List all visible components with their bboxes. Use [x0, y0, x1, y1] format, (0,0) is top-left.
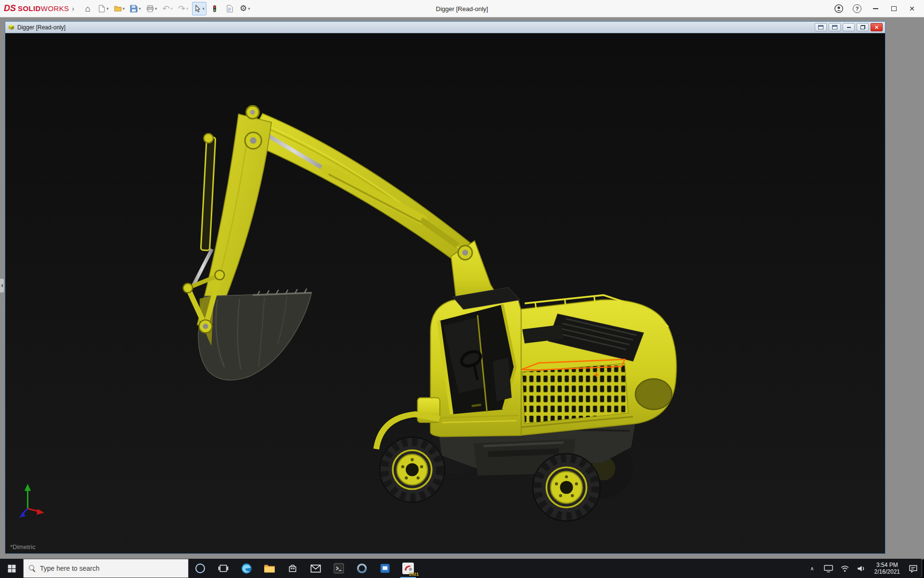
redo-button[interactable]: ↷ ▾: [176, 2, 191, 15]
home-button[interactable]: ⌂: [81, 2, 94, 15]
view-orientation-label: *Dimetric: [10, 543, 36, 551]
restore-icon: [860, 25, 865, 29]
doc-restore-button[interactable]: [857, 23, 869, 31]
tray-volume-button[interactable]: [853, 559, 870, 578]
dropdown-arrow-icon[interactable]: ▾: [106, 6, 109, 11]
undo-icon: ↶: [162, 4, 169, 13]
new-document-button[interactable]: ▾: [96, 2, 111, 15]
home-icon: ⌂: [85, 4, 90, 13]
login-account-button[interactable]: [831, 2, 847, 15]
dropdown-arrow-icon[interactable]: ▾: [139, 6, 141, 11]
open-folder-icon: [114, 5, 122, 13]
document-titlebar[interactable]: Digger [Read-only] ×: [5, 22, 885, 33]
featuremanager-collapsed-tab[interactable]: [0, 278, 4, 293]
solidworks-app-button[interactable]: 2021: [397, 559, 420, 578]
close-icon: ×: [875, 24, 879, 30]
document-window: Digger [Read-only] ×: [5, 21, 886, 554]
print-button[interactable]: ▾: [144, 2, 159, 15]
cortana-icon: [195, 564, 205, 573]
rebuild-button[interactable]: [208, 2, 221, 15]
front-wheel[interactable]: [380, 437, 445, 502]
undo-button[interactable]: ↶ ▾: [160, 2, 175, 15]
app-titlebar: DSSOLIDWORKS › ⌂ ▾ ▾ ▾ ▾: [0, 0, 924, 17]
file-properties-button[interactable]: [223, 2, 236, 15]
graphics-viewport[interactable]: *Dimetric: [5, 33, 885, 553]
maximize-icon: [891, 6, 897, 11]
engine-housing[interactable]: [520, 295, 676, 435]
dropdown-arrow-icon: ▾: [186, 6, 189, 11]
window-icon: [818, 25, 823, 29]
select-cursor-icon: [194, 5, 202, 13]
app-maximize-button[interactable]: [886, 2, 902, 15]
clock-time: 3:54 PM: [876, 562, 898, 568]
help-icon: ?: [853, 4, 861, 13]
microsoft-store-button[interactable]: [281, 559, 304, 578]
solidworks-logo: DSSOLIDWORKS: [4, 3, 69, 13]
show-desktop-button[interactable]: [921, 559, 924, 578]
cab[interactable]: [430, 288, 521, 437]
new-document-icon: [98, 5, 105, 13]
taskbar-search[interactable]: [23, 559, 189, 578]
terminal-app-button[interactable]: [327, 559, 350, 578]
search-input[interactable]: [40, 565, 183, 572]
app-close-button[interactable]: ×: [904, 2, 920, 15]
file-explorer-icon: [264, 564, 275, 573]
dropdown-arrow-icon[interactable]: ▾: [155, 6, 157, 11]
doc-window-switch-button[interactable]: [815, 23, 827, 31]
dropdown-arrow-icon[interactable]: ▾: [248, 6, 250, 11]
solidworks-logo-mark: DS: [4, 3, 16, 13]
select-tool-button[interactable]: ▾: [192, 2, 207, 15]
action-center-icon: [909, 565, 918, 573]
app-minimize-button[interactable]: [867, 2, 884, 15]
menu-expand-chevron-icon[interactable]: ›: [72, 5, 75, 13]
doc-minimize-button[interactable]: [843, 23, 855, 31]
store-icon: [288, 564, 297, 573]
options-gear-icon: ⚙: [240, 4, 247, 13]
save-button[interactable]: ▾: [128, 2, 143, 15]
solidworks-version-badge: 2021: [409, 572, 419, 577]
bucket[interactable]: [198, 289, 311, 380]
action-center-button[interactable]: [905, 559, 921, 578]
cortana-button[interactable]: [189, 559, 212, 578]
network-wifi-icon: [840, 565, 849, 572]
file-explorer-button[interactable]: [258, 559, 281, 578]
doc-close-button[interactable]: ×: [871, 23, 883, 31]
document-title: Digger [Read-only]: [17, 24, 65, 31]
dropdown-arrow-icon[interactable]: ▾: [123, 6, 125, 11]
user-account-icon: [834, 4, 844, 13]
edrawings-button[interactable]: [350, 559, 373, 578]
blue-app-icon: [380, 563, 390, 574]
blue-app-button[interactable]: [373, 559, 397, 578]
tray-overflow-button[interactable]: ∧: [804, 559, 821, 578]
app-window-controls: ? ×: [831, 2, 920, 15]
edge-browser-icon: [241, 563, 253, 575]
orientation-triad: [19, 484, 44, 518]
close-icon: ×: [909, 4, 914, 13]
print-icon: [146, 5, 154, 13]
dropdown-arrow-icon[interactable]: ▾: [203, 6, 205, 11]
y-axis-arrow: [25, 484, 31, 491]
tray-network-button[interactable]: [837, 559, 853, 578]
quick-access-toolbar: ⌂ ▾ ▾ ▾ ▾ ↶ ▾ ↷: [81, 2, 252, 15]
search-icon: [29, 565, 36, 572]
doc-window-tile-button[interactable]: [829, 23, 841, 31]
rear-wheel[interactable]: [533, 454, 600, 521]
start-button[interactable]: [0, 559, 23, 578]
tray-display-button[interactable]: [821, 559, 837, 578]
edge-browser-button[interactable]: [235, 559, 258, 578]
chevron-up-icon: ∧: [810, 565, 814, 572]
mail-button[interactable]: [304, 559, 327, 578]
rebuild-traffic-light-icon: [211, 5, 218, 13]
desktop-screen: DSSOLIDWORKS › ⌂ ▾ ▾ ▾ ▾: [0, 0, 924, 578]
help-button[interactable]: ?: [849, 2, 865, 15]
terminal-icon: [334, 563, 344, 574]
task-view-button[interactable]: [212, 559, 235, 578]
assembly-document-icon: [8, 24, 15, 31]
open-button[interactable]: ▾: [112, 2, 127, 15]
options-button[interactable]: ⚙ ▾: [238, 2, 252, 15]
minimize-icon: [873, 8, 878, 9]
taskbar-clock[interactable]: 3:54 PM 2/16/2021: [870, 559, 905, 578]
rear-window[interactable]: [635, 379, 672, 410]
excavator-model[interactable]: [5, 33, 885, 553]
redo-icon: ↷: [178, 4, 185, 13]
